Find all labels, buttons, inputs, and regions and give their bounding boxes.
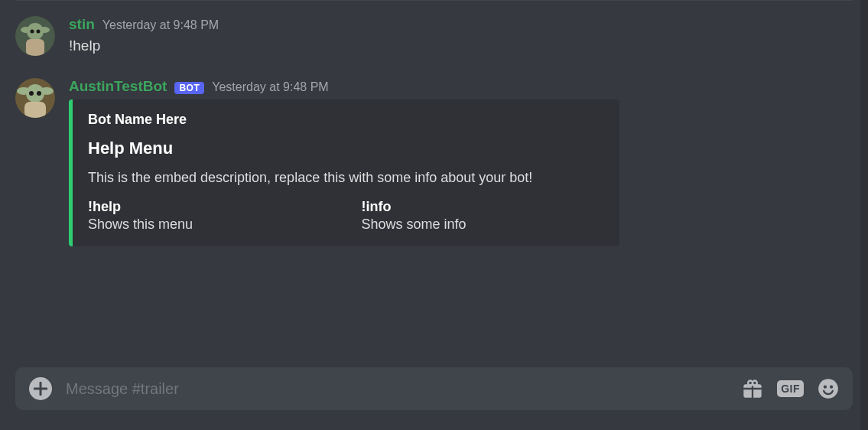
- embed-title: Help Menu: [88, 138, 604, 158]
- message-input[interactable]: [66, 380, 728, 398]
- message-timestamp: Yesterday at 9:48 PM: [212, 80, 328, 94]
- embed-field: !info Shows some info: [362, 199, 605, 233]
- message: stin Yesterday at 9:48 PM !help: [15, 16, 853, 57]
- message-content: !help: [69, 36, 853, 57]
- svg-point-9: [17, 87, 31, 95]
- username[interactable]: AustinTestBot: [69, 78, 167, 95]
- svg-point-5: [37, 30, 41, 34]
- emoji-icon[interactable]: [818, 378, 839, 399]
- embed-field-value: Shows this menu: [88, 217, 331, 233]
- embed-fields: !help Shows this menu !info Shows some i…: [88, 199, 604, 233]
- message-embed: Bot Name Here Help Menu This is the embe…: [69, 99, 619, 246]
- svg-rect-13: [24, 102, 46, 118]
- svg-rect-6: [26, 39, 44, 56]
- right-gutter: [860, 0, 868, 430]
- attach-button[interactable]: [29, 377, 52, 400]
- bot-tag: BOT: [174, 82, 204, 94]
- gif-icon[interactable]: GIF: [777, 380, 804, 397]
- embed-author: Bot Name Here: [88, 112, 604, 128]
- message-composer: GIF: [15, 367, 853, 410]
- embed-description: This is the embed description, replace t…: [88, 168, 604, 188]
- avatar[interactable]: [15, 16, 55, 56]
- embed-field-name: !help: [88, 199, 331, 215]
- svg-point-14: [818, 379, 838, 399]
- embed-field-name: !info: [362, 199, 605, 215]
- svg-point-4: [31, 30, 34, 34]
- svg-point-10: [40, 87, 54, 95]
- svg-point-3: [39, 27, 50, 33]
- svg-point-2: [21, 27, 31, 33]
- username[interactable]: stin: [69, 16, 95, 33]
- message-list: stin Yesterday at 9:48 PM !help AustinTe…: [0, 1, 868, 246]
- message-timestamp: Yesterday at 9:48 PM: [102, 18, 219, 32]
- avatar[interactable]: [15, 78, 55, 118]
- svg-point-15: [824, 386, 827, 389]
- svg-point-11: [29, 91, 34, 96]
- embed-field: !help Shows this menu: [88, 199, 331, 233]
- svg-point-16: [830, 386, 833, 389]
- svg-point-12: [37, 91, 41, 96]
- embed-field-value: Shows some info: [362, 217, 605, 233]
- gift-icon[interactable]: [742, 378, 763, 399]
- message: AustinTestBot BOT Yesterday at 9:48 PM B…: [15, 78, 853, 246]
